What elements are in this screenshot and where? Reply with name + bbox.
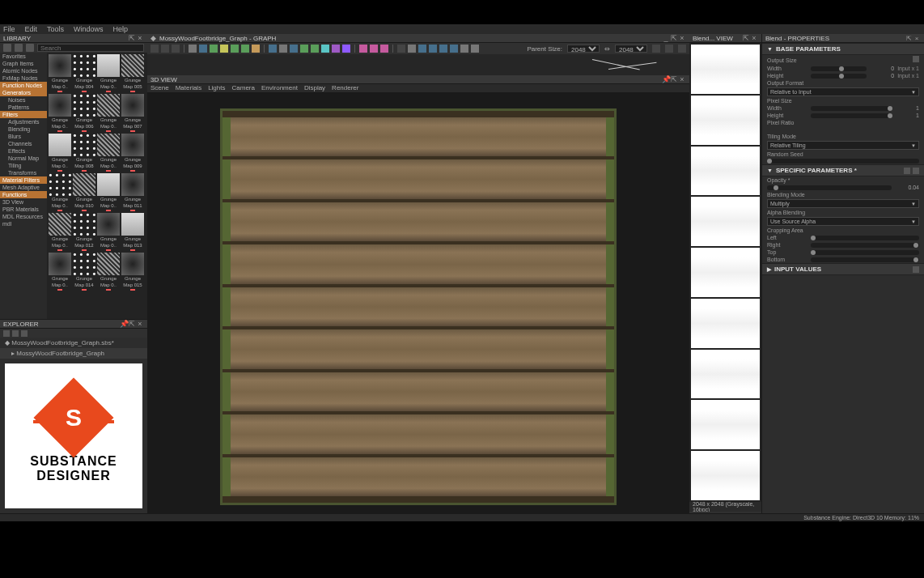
library-undock-icon[interactable]: ⇱	[128, 34, 136, 42]
tiling-mode-select[interactable]: Relative Tiling	[767, 141, 919, 150]
blendview-undock-icon[interactable]: ⇱	[742, 34, 750, 42]
graph-min-icon[interactable]: _	[662, 34, 670, 42]
width-slider[interactable]	[811, 66, 867, 71]
crop-left-slider[interactable]	[811, 236, 919, 240]
graph-undock-icon[interactable]: ⇱	[670, 34, 678, 42]
graph-node-icon[interactable]	[370, 45, 378, 53]
view3d-menu-materials[interactable]: Materials	[176, 84, 201, 92]
graph-view-icon[interactable]	[665, 45, 673, 53]
library-thumbnail[interactable]: GrungeMap 0..	[97, 173, 120, 211]
library-tree-item[interactable]: PBR Materials	[0, 206, 47, 213]
library-tree-item[interactable]: Mesh Adaptive	[0, 184, 47, 191]
library-tree-item[interactable]: Channels	[0, 140, 47, 147]
ps-width-slider[interactable]	[811, 106, 892, 111]
menu-windows[interactable]: Windows	[74, 25, 104, 33]
library-thumbnail[interactable]: GrungeMap 0..	[97, 213, 120, 251]
link-icon[interactable]: ⇔	[604, 45, 610, 53]
blendview-close-icon[interactable]: ×	[750, 34, 758, 42]
graph-node-icon[interactable]	[418, 45, 426, 53]
graph-node-icon[interactable]	[408, 45, 416, 53]
library-thumbnail[interactable]: GrungeMap 014	[73, 253, 95, 291]
library-tree-item[interactable]: Effects	[0, 147, 47, 155]
graph-node-icon[interactable]	[321, 45, 329, 53]
library-tree-item[interactable]: Adjustments	[0, 118, 47, 125]
graph-node-icon[interactable]	[439, 45, 447, 53]
exp-save-icon[interactable]	[3, 330, 10, 337]
graph-node-icon[interactable]	[290, 45, 298, 53]
input-values-header[interactable]: ▶INPUT VALUES	[762, 263, 924, 275]
parent-width-select[interactable]: 2048	[567, 45, 600, 53]
library-thumbnail[interactable]: GrungeMap 0..	[49, 94, 71, 132]
opacity-slider[interactable]	[767, 185, 892, 190]
spec-icon[interactable]	[913, 168, 919, 174]
library-tree-item[interactable]: Noises	[0, 96, 47, 104]
view3d-menu-environment[interactable]: Environment	[261, 84, 298, 92]
library-tree-item[interactable]: 3D View	[0, 198, 47, 206]
graph-node-icon[interactable]	[220, 45, 228, 53]
blendview-canvas[interactable]	[689, 43, 761, 502]
library-thumbnail[interactable]: GrungeMap 008	[73, 134, 95, 172]
library-thumbnail[interactable]: GrungeMap 0..	[97, 134, 120, 172]
library-tree-item[interactable]: Function Nodes	[0, 82, 47, 89]
library-thumbnail[interactable]: GrungeMap 010	[73, 173, 95, 211]
parent-height-select[interactable]: 2048	[615, 45, 647, 53]
library-thumbnail[interactable]: GrungeMap 0..	[49, 213, 71, 251]
crop-right-slider[interactable]	[811, 243, 919, 248]
output-format-select[interactable]: Relative to Input	[767, 87, 919, 96]
base-params-header[interactable]: ▼BASE PARAMETERS	[762, 43, 924, 55]
graph-node-icon[interactable]	[269, 45, 277, 53]
library-thumbnail[interactable]: GrungeMap 007	[121, 94, 144, 132]
props-close-icon[interactable]: ×	[913, 35, 921, 42]
library-thumbnail[interactable]: GrungeMap 009	[121, 134, 144, 172]
graph-node-icon[interactable]	[241, 45, 249, 53]
library-tree-item[interactable]: Transforms	[0, 169, 47, 176]
library-thumbnail[interactable]: GrungeMap 012	[73, 213, 95, 251]
graph-node-icon[interactable]	[311, 45, 319, 53]
library-thumbnail[interactable]: GrungeMap 0..	[49, 253, 71, 291]
library-tree-item[interactable]: mdl	[0, 220, 47, 227]
library-thumbnail[interactable]: GrungeMap 0..	[97, 54, 120, 92]
filter-icon[interactable]	[26, 44, 34, 52]
library-tree-item[interactable]: Tiling	[0, 162, 47, 169]
exp-collapse-icon[interactable]	[21, 330, 28, 337]
library-tree-item[interactable]: Blending	[0, 125, 47, 133]
graph-node-icon[interactable]	[279, 45, 287, 53]
graph-node-icon[interactable]	[429, 45, 437, 53]
graph-node-icon[interactable]	[359, 45, 367, 53]
menu-file[interactable]: File	[3, 25, 15, 33]
menu-tools[interactable]: Tools	[47, 25, 64, 33]
library-tree-item[interactable]: Functions	[0, 191, 47, 198]
graph-view-icon[interactable]	[678, 45, 686, 53]
props-undock-icon[interactable]: ⇱	[905, 35, 913, 42]
explorer-undock-icon[interactable]: ⇱	[128, 320, 136, 328]
graph-close-icon[interactable]: ×	[678, 34, 686, 42]
ps-height-slider[interactable]	[811, 113, 892, 118]
graph-node-icon[interactable]	[397, 45, 405, 53]
graph-node-icon[interactable]	[342, 45, 350, 53]
library-tree-item[interactable]: Blurs	[0, 133, 47, 140]
graph-tool-icon[interactable]	[161, 45, 169, 53]
view3d-menu-lights[interactable]: Lights	[208, 84, 225, 92]
blending-mode-select[interactable]: Multiply	[767, 199, 919, 208]
menu-help[interactable]: Help	[113, 25, 129, 33]
library-thumbnail[interactable]: GrungeMap 0..	[97, 94, 120, 132]
library-tree-item[interactable]: Graph Items	[0, 60, 47, 67]
graph-node-icon[interactable]	[332, 45, 340, 53]
explorer-package[interactable]: ◆ MossyWoodFootbridge_Graph.sbs*	[0, 338, 147, 348]
library-tree-item[interactable]: Filters	[0, 111, 47, 118]
explorer-graph-file[interactable]: ▸ MossyWoodFootbridge_Graph	[0, 348, 147, 359]
library-thumbnail[interactable]: GrungeMap 005	[121, 54, 144, 92]
graph-tool-icon[interactable]	[150, 45, 159, 53]
view3d-viewport[interactable]	[147, 92, 689, 521]
view3d-pin-icon[interactable]: 📌	[662, 75, 670, 83]
library-search-input[interactable]	[37, 44, 144, 52]
graph-node-icon[interactable]	[189, 45, 197, 53]
library-tree-item[interactable]: Patterns	[0, 104, 47, 111]
library-tree-item[interactable]: Favorites	[0, 53, 47, 60]
library-thumbnail[interactable]: GrungeMap 0..	[97, 253, 120, 291]
reset-icon[interactable]	[913, 56, 919, 62]
explorer-close-icon[interactable]: ×	[136, 320, 144, 328]
graph-node-icon[interactable]	[450, 45, 458, 53]
library-thumbnail[interactable]: GrungeMap 0..	[49, 54, 71, 92]
view3d-menu-scene[interactable]: Scene	[150, 84, 169, 92]
